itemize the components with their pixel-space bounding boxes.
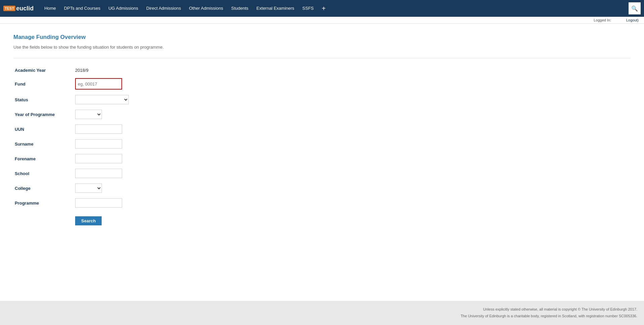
funding-form: Academic Year 2018/9 Fund Status Year of… — [13, 65, 130, 228]
navbar: TEST euclid Home DPTs and Courses UG Adm… — [0, 0, 644, 17]
nav-item-students[interactable]: Students — [227, 0, 252, 17]
logo-test-badge: TEST — [3, 6, 15, 11]
fund-input[interactable] — [75, 78, 122, 90]
academic-year-row: Academic Year 2018/9 — [13, 65, 130, 75]
nav-item-external-examiners[interactable]: External Examiners — [253, 0, 299, 17]
school-row: School — [13, 166, 130, 181]
nav-item-plus[interactable]: + — [318, 0, 330, 17]
nav-item-dpts[interactable]: DPTs and Courses — [60, 0, 104, 17]
status-select[interactable] — [75, 95, 129, 104]
academic-year-label: Academic Year — [13, 65, 74, 75]
school-input[interactable] — [75, 169, 122, 178]
year-of-programme-cell — [74, 107, 130, 122]
college-select[interactable] — [75, 183, 102, 193]
search-icon: 🔍 — [631, 5, 638, 12]
login-bar: Logged In: Logout) — [0, 17, 644, 24]
fund-label: Fund — [13, 75, 74, 92]
footer-line1: Unless explicitly stated otherwise, all … — [7, 306, 637, 313]
search-row: Search — [13, 210, 130, 228]
forename-row: Forename — [13, 151, 130, 166]
year-of-programme-label: Year of Programme — [13, 107, 74, 122]
college-cell — [74, 181, 130, 196]
fund-row: Fund — [13, 75, 130, 92]
main-content: Manage Funding Overview Use the fields b… — [0, 24, 644, 301]
logged-in-username — [613, 18, 624, 22]
nav-item-ssfs[interactable]: SSFS — [298, 0, 318, 17]
nav-item-home[interactable]: Home — [40, 0, 60, 17]
forename-cell — [74, 151, 130, 166]
surname-row: Surname — [13, 137, 130, 151]
college-label: College — [13, 181, 74, 196]
college-row: College — [13, 181, 130, 196]
uun-label: UUN — [13, 122, 74, 137]
year-of-programme-select[interactable] — [75, 110, 102, 119]
year-of-programme-row: Year of Programme — [13, 107, 130, 122]
fund-cell — [74, 75, 130, 92]
forename-label: Forename — [13, 151, 74, 166]
uun-cell — [74, 122, 130, 137]
search-button-cell: Search — [74, 210, 130, 228]
status-label: Status — [13, 92, 74, 107]
nav-item-direct-admissions[interactable]: Direct Admissions — [142, 0, 185, 17]
logo[interactable]: TEST euclid — [3, 5, 34, 12]
nav-menu: Home DPTs and Courses UG Admissions Dire… — [40, 0, 629, 17]
academic-year-value: 2018/9 — [74, 65, 130, 75]
school-label: School — [13, 166, 74, 181]
page-description: Use the fields below to show the funding… — [13, 45, 631, 50]
programme-cell — [74, 196, 130, 210]
status-cell — [74, 92, 130, 107]
programme-input[interactable] — [75, 198, 122, 208]
search-button[interactable]: Search — [75, 216, 102, 225]
surname-label: Surname — [13, 137, 74, 151]
nav-search-button[interactable]: 🔍 — [629, 2, 641, 14]
surname-cell — [74, 137, 130, 151]
logo-euclid-text: euclid — [16, 5, 34, 12]
nav-item-other-admissions[interactable]: Other Admissions — [185, 0, 227, 17]
divider — [13, 58, 631, 58]
footer: Unless explicitly stated otherwise, all … — [0, 301, 644, 325]
programme-row: Programme — [13, 196, 130, 210]
school-cell — [74, 166, 130, 181]
page-title: Manage Funding Overview — [13, 34, 631, 41]
nav-item-ug-admissions[interactable]: UG Admissions — [104, 0, 142, 17]
logged-in-label: Logged In: — [594, 18, 611, 22]
forename-input[interactable] — [75, 154, 122, 163]
programme-label: Programme — [13, 196, 74, 210]
uun-input[interactable] — [75, 124, 122, 134]
logout-link[interactable]: Logout) — [626, 18, 639, 22]
surname-input[interactable] — [75, 139, 122, 149]
status-row: Status — [13, 92, 130, 107]
uun-row: UUN — [13, 122, 130, 137]
footer-line2: The University of Edinburgh is a charita… — [7, 313, 637, 320]
